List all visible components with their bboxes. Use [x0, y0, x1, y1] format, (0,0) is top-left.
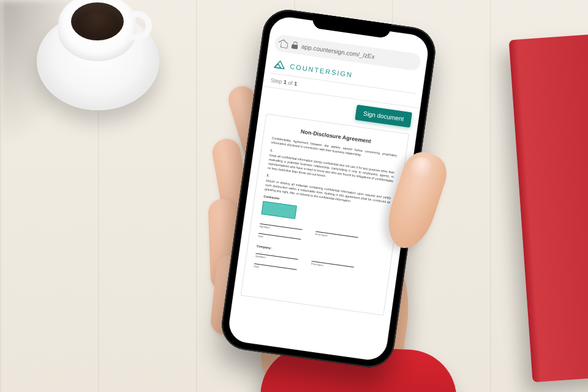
countersign-logo-icon: [273, 58, 287, 71]
step-of: of: [288, 80, 293, 86]
sign-document-button[interactable]: Sign document: [355, 105, 412, 127]
coffee-cup: [37, 0, 159, 104]
step-prefix: Step: [270, 77, 282, 85]
hand-holding-phone: app.countersign.com/_/zEx COUNTERSIGN St…: [160, 5, 514, 392]
step-current: 1: [283, 79, 287, 86]
lock-icon: [292, 41, 299, 49]
step-total: 1: [294, 80, 298, 87]
home-icon[interactable]: [279, 39, 289, 48]
document-preview[interactable]: Non-Disclosure Agreement Confidentiality…: [241, 113, 409, 315]
signature-target-box[interactable]: [261, 201, 297, 219]
